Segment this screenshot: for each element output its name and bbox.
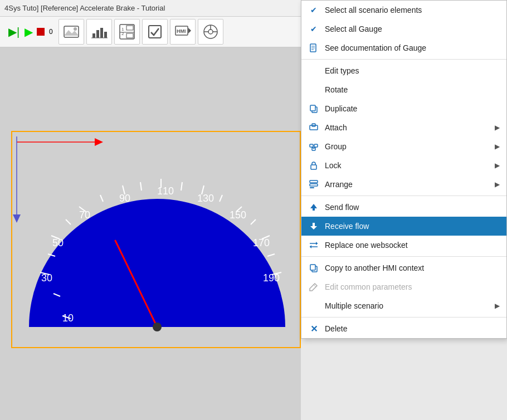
svg-line-69 [251,219,256,224]
svg-marker-90 [310,204,317,208]
hmi-widget-icon[interactable]: HMI [170,19,196,45]
svg-text:130: 130 [197,193,214,204]
exchange-icon [308,240,319,251]
menu-label-group: Group [325,142,489,151]
svg-line-66 [140,182,142,191]
svg-rect-4 [96,30,99,38]
svg-rect-88 [310,184,318,186]
stop-button[interactable] [37,28,45,36]
menu-label-arrange: Arrange [325,180,489,189]
arrow-up-icon [308,202,319,213]
lock-arrow: ▶ [495,162,500,169]
attach-arrow: ▶ [495,124,500,131]
menu-label-edit-types: Edit types [325,66,500,75]
svg-line-65 [100,195,103,202]
lock-icon [308,160,319,171]
menu-item-multiple-scenario[interactable]: Multiple scenario ▶ [301,296,506,315]
bar-chart-widget-icon[interactable] [86,19,112,45]
counter-display: 0 [49,28,53,36]
separator-1 [301,59,506,60]
menu-item-duplicate[interactable]: Duplicate [301,99,506,118]
menu-item-receive-flow[interactable]: Receive flow [301,217,506,236]
empty-icon-3 [308,300,319,311]
svg-point-19 [208,30,213,34]
menu-item-attach[interactable]: Attach ▶ [301,118,506,137]
canvas-area: 10 30 50 70 90 110 130 150 170 190 [0,47,301,420]
speedometer-svg: 10 30 50 70 90 110 130 150 170 190 [12,132,301,349]
svg-text:110: 110 [157,185,174,197]
svg-rect-79 [310,125,318,130]
menu-item-send-flow[interactable]: Send flow [301,198,506,217]
speedometer-widget[interactable]: 10 30 50 70 90 110 130 150 170 190 [11,131,301,348]
doc-icon [308,42,319,53]
menu-label-edit-common: Edit common parameters [325,282,500,291]
arrange-arrow: ▶ [495,180,500,188]
arrange-icon [308,179,319,190]
menu-item-lock[interactable]: Lock ▶ [301,156,506,175]
svg-marker-95 [316,242,318,245]
menu-item-select-all-gauge[interactable]: ✔ Select all Gauge [301,19,506,38]
checkbox-widget-icon[interactable] [142,19,168,45]
title-text: 4Sys Tuto] [Reference] Accelerate Brake … [4,4,165,12]
svg-line-70 [267,254,275,256]
svg-text:HMI: HMI [177,28,186,34]
menu-label-select-all-elements: Select all scenario elements [325,6,500,14]
menu-label-select-all-gauge: Select all Gauge [325,25,500,33]
empty-icon-2 [308,84,319,95]
steering-widget-icon[interactable] [198,19,223,45]
menu-item-delete[interactable]: ✕ Delete [301,319,506,338]
menu-item-replace-websocket[interactable]: Replace one websocket [301,236,506,255]
svg-rect-99 [310,265,315,270]
separator-4 [301,317,506,318]
svg-rect-87 [310,180,318,183]
multiple-scenario-arrow: ▶ [495,302,500,310]
play-controls: ▶| ▶ 0 [4,26,56,38]
x-icon: ✕ [308,323,319,334]
svg-marker-97 [310,245,311,248]
empty-icon-1 [308,65,319,76]
menu-label-attach: Attach [325,123,489,132]
separator-3 [301,256,506,257]
list-widget-icon[interactable]: 1 2 [114,19,140,45]
menu-label-rotate: Rotate [325,85,500,94]
svg-rect-5 [100,28,103,38]
menu-item-see-documentation[interactable]: See documentation of Gauge [301,38,506,57]
menu-label-receive-flow: Receive flow [325,222,500,231]
menu-item-group[interactable]: Group ▶ [301,137,506,156]
svg-marker-1 [64,30,79,36]
context-menu: ✔ Select all scenario elements ✔ Select … [301,0,507,339]
svg-text:50: 50 [52,237,64,248]
svg-rect-13 [126,33,133,38]
svg-rect-91 [313,208,315,211]
menu-item-edit-types[interactable]: Edit types [301,61,506,80]
svg-rect-82 [314,144,318,147]
play-button[interactable]: ▶ [22,26,35,38]
svg-rect-14 [149,26,161,38]
menu-label-copy-hmi: Copy to another HMI context [325,263,500,272]
group-icon [308,141,319,152]
svg-text:90: 90 [119,193,130,204]
svg-rect-78 [310,105,315,111]
copy2-icon [308,262,319,274]
checkmark-icon: ✔ [308,23,319,35]
copy-icon [308,103,319,114]
svg-text:2: 2 [121,31,124,36]
menu-label-multiple-scenario: Multiple scenario [325,301,489,310]
menu-label-replace-websocket: Replace one websocket [325,241,500,250]
menu-item-select-all-elements[interactable]: ✔ Select all scenario elements [301,1,506,19]
menu-item-arrange[interactable]: Arrange ▶ [301,175,506,194]
menu-label-duplicate: Duplicate [325,104,500,113]
menu-item-rotate[interactable]: Rotate [301,80,506,99]
svg-rect-12 [126,26,133,30]
menu-item-copy-hmi[interactable]: Copy to another HMI context [301,258,506,277]
svg-point-2 [74,27,77,31]
svg-rect-3 [92,33,95,38]
step-play-button[interactable]: ▶| [8,26,20,38]
svg-text:170: 170 [253,237,270,248]
image-widget-icon[interactable] [58,19,84,45]
arrow-down-icon [308,221,319,232]
svg-marker-93 [310,226,317,229]
svg-rect-6 [104,32,107,38]
svg-marker-17 [188,28,191,33]
svg-rect-81 [310,144,313,147]
